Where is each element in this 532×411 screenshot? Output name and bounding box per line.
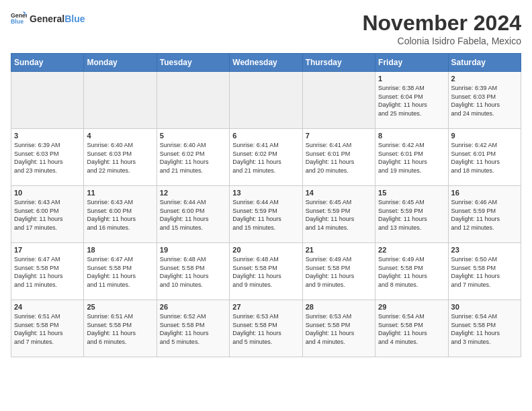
col-header-sunday: Sunday (11, 54, 84, 72)
day-info: Sunrise: 6:49 AM Sunset: 5:58 PM Dayligh… (306, 255, 372, 289)
day-info: Sunrise: 6:51 AM Sunset: 5:58 PM Dayligh… (87, 312, 153, 346)
day-number: 29 (378, 303, 445, 311)
calendar-cell: 26Sunrise: 6:52 AM Sunset: 5:58 PM Dayli… (157, 300, 229, 357)
calendar-cell: 20Sunrise: 6:48 AM Sunset: 5:58 PM Dayli… (230, 243, 302, 300)
day-info: Sunrise: 6:48 AM Sunset: 5:58 PM Dayligh… (232, 255, 299, 289)
day-number: 6 (232, 132, 299, 140)
calendar-cell: 16Sunrise: 6:46 AM Sunset: 5:59 PM Dayli… (448, 186, 521, 243)
day-info: Sunrise: 6:41 AM Sunset: 6:02 PM Dayligh… (232, 141, 299, 175)
day-info: Sunrise: 6:53 AM Sunset: 5:58 PM Dayligh… (232, 312, 299, 346)
calendar-cell: 4Sunrise: 6:40 AM Sunset: 6:03 PM Daylig… (84, 129, 157, 186)
day-info: Sunrise: 6:45 AM Sunset: 5:59 PM Dayligh… (306, 198, 372, 232)
day-number: 22 (378, 246, 445, 254)
day-number: 30 (451, 303, 518, 311)
day-info: Sunrise: 6:46 AM Sunset: 5:59 PM Dayligh… (451, 198, 518, 232)
day-info: Sunrise: 6:54 AM Sunset: 5:58 PM Dayligh… (378, 312, 445, 346)
day-number: 12 (160, 189, 226, 197)
day-number: 23 (451, 246, 518, 254)
day-info: Sunrise: 6:39 AM Sunset: 6:03 PM Dayligh… (451, 84, 518, 118)
day-info: Sunrise: 6:49 AM Sunset: 5:58 PM Dayligh… (378, 255, 445, 289)
calendar-cell: 10Sunrise: 6:43 AM Sunset: 6:00 PM Dayli… (11, 186, 84, 243)
day-info: Sunrise: 6:48 AM Sunset: 5:58 PM Dayligh… (160, 255, 226, 289)
calendar-cell (84, 72, 157, 129)
day-number: 3 (14, 132, 81, 140)
calendar-cell (11, 72, 84, 129)
calendar-cell: 24Sunrise: 6:51 AM Sunset: 5:58 PM Dayli… (11, 300, 84, 357)
day-info: Sunrise: 6:53 AM Sunset: 5:58 PM Dayligh… (306, 312, 372, 346)
location-title: Colonia Isidro Fabela, Mexico (362, 36, 521, 46)
calendar-cell: 21Sunrise: 6:49 AM Sunset: 5:58 PM Dayli… (302, 243, 375, 300)
day-info: Sunrise: 6:45 AM Sunset: 5:59 PM Dayligh… (378, 198, 445, 232)
day-number: 27 (232, 303, 299, 311)
day-number: 4 (87, 132, 153, 140)
day-info: Sunrise: 6:42 AM Sunset: 6:01 PM Dayligh… (378, 141, 445, 175)
col-header-thursday: Thursday (302, 54, 375, 72)
logo-icon: General Blue (11, 11, 27, 27)
day-info: Sunrise: 6:38 AM Sunset: 6:04 PM Dayligh… (378, 84, 445, 118)
day-number: 11 (87, 189, 153, 197)
day-number: 13 (232, 189, 299, 197)
calendar-cell: 17Sunrise: 6:47 AM Sunset: 5:58 PM Dayli… (11, 243, 84, 300)
day-info: Sunrise: 6:43 AM Sunset: 6:00 PM Dayligh… (87, 198, 153, 232)
logo-blue-text: Blue (64, 13, 85, 24)
day-number: 24 (14, 303, 81, 311)
calendar-week-row: 10Sunrise: 6:43 AM Sunset: 6:00 PM Dayli… (11, 186, 521, 243)
day-info: Sunrise: 6:54 AM Sunset: 5:58 PM Dayligh… (451, 312, 518, 346)
col-header-monday: Monday (84, 54, 157, 72)
calendar-cell: 15Sunrise: 6:45 AM Sunset: 5:59 PM Dayli… (375, 186, 448, 243)
col-header-friday: Friday (375, 54, 448, 72)
calendar-cell: 25Sunrise: 6:51 AM Sunset: 5:58 PM Dayli… (84, 300, 157, 357)
day-info: Sunrise: 6:42 AM Sunset: 6:01 PM Dayligh… (451, 141, 518, 175)
calendar-cell: 2Sunrise: 6:39 AM Sunset: 6:03 PM Daylig… (448, 72, 521, 129)
calendar-cell: 7Sunrise: 6:41 AM Sunset: 6:01 PM Daylig… (302, 129, 375, 186)
day-number: 19 (160, 246, 226, 254)
day-number: 20 (232, 246, 299, 254)
calendar-cell: 27Sunrise: 6:53 AM Sunset: 5:58 PM Dayli… (230, 300, 302, 357)
calendar-cell: 9Sunrise: 6:42 AM Sunset: 6:01 PM Daylig… (448, 129, 521, 186)
day-number: 8 (378, 132, 445, 140)
day-info: Sunrise: 6:44 AM Sunset: 5:59 PM Dayligh… (232, 198, 299, 232)
day-number: 28 (306, 303, 372, 311)
calendar-week-row: 1Sunrise: 6:38 AM Sunset: 6:04 PM Daylig… (11, 72, 521, 129)
calendar-cell: 12Sunrise: 6:44 AM Sunset: 6:00 PM Dayli… (157, 186, 229, 243)
calendar-cell: 29Sunrise: 6:54 AM Sunset: 5:58 PM Dayli… (375, 300, 448, 357)
calendar-week-row: 3Sunrise: 6:39 AM Sunset: 6:03 PM Daylig… (11, 129, 521, 186)
day-number: 10 (14, 189, 81, 197)
day-number: 1 (378, 75, 445, 83)
calendar-table: SundayMondayTuesdayWednesdayThursdayFrid… (11, 53, 521, 357)
day-info: Sunrise: 6:39 AM Sunset: 6:03 PM Dayligh… (14, 141, 81, 175)
logo-general-text: General (30, 13, 64, 24)
day-info: Sunrise: 6:47 AM Sunset: 5:58 PM Dayligh… (14, 255, 81, 289)
col-header-tuesday: Tuesday (157, 54, 229, 72)
calendar-cell: 11Sunrise: 6:43 AM Sunset: 6:00 PM Dayli… (84, 186, 157, 243)
calendar-cell (230, 72, 302, 129)
day-info: Sunrise: 6:43 AM Sunset: 6:00 PM Dayligh… (14, 198, 81, 232)
day-info: Sunrise: 6:40 AM Sunset: 6:02 PM Dayligh… (160, 141, 226, 175)
calendar-cell: 6Sunrise: 6:41 AM Sunset: 6:02 PM Daylig… (230, 129, 302, 186)
day-number: 7 (306, 132, 372, 140)
day-number: 21 (306, 246, 372, 254)
calendar-cell: 18Sunrise: 6:47 AM Sunset: 5:58 PM Dayli… (84, 243, 157, 300)
day-number: 18 (87, 246, 153, 254)
month-title: November 2024 (362, 11, 521, 36)
logo: General Blue GeneralBlue (11, 11, 85, 27)
title-area: November 2024 Colonia Isidro Fabela, Mex… (362, 11, 521, 46)
calendar-cell (302, 72, 375, 129)
calendar-cell: 23Sunrise: 6:50 AM Sunset: 5:58 PM Dayli… (448, 243, 521, 300)
day-info: Sunrise: 6:44 AM Sunset: 6:00 PM Dayligh… (160, 198, 226, 232)
svg-text:Blue: Blue (11, 18, 24, 25)
day-number: 9 (451, 132, 518, 140)
calendar-cell: 8Sunrise: 6:42 AM Sunset: 6:01 PM Daylig… (375, 129, 448, 186)
day-number: 2 (451, 75, 518, 83)
day-number: 25 (87, 303, 153, 311)
calendar-cell: 13Sunrise: 6:44 AM Sunset: 5:59 PM Dayli… (230, 186, 302, 243)
calendar-header-row: SundayMondayTuesdayWednesdayThursdayFrid… (11, 54, 521, 72)
day-number: 14 (306, 189, 372, 197)
calendar-cell: 28Sunrise: 6:53 AM Sunset: 5:58 PM Dayli… (302, 300, 375, 357)
day-number: 15 (378, 189, 445, 197)
col-header-wednesday: Wednesday (230, 54, 302, 72)
calendar-cell: 5Sunrise: 6:40 AM Sunset: 6:02 PM Daylig… (157, 129, 229, 186)
calendar-cell (157, 72, 229, 129)
calendar-cell: 22Sunrise: 6:49 AM Sunset: 5:58 PM Dayli… (375, 243, 448, 300)
day-info: Sunrise: 6:41 AM Sunset: 6:01 PM Dayligh… (306, 141, 372, 175)
